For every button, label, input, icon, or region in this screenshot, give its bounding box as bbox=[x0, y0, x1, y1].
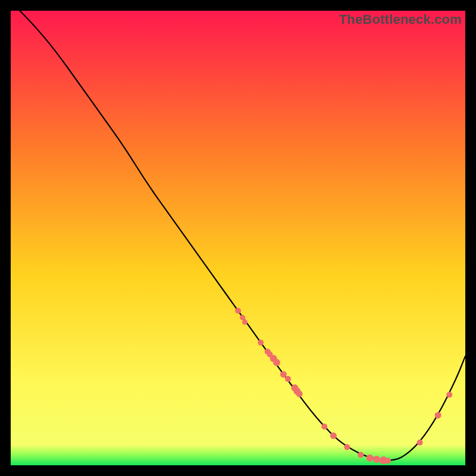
data-point bbox=[344, 444, 350, 450]
data-point bbox=[273, 359, 280, 366]
data-point bbox=[235, 308, 241, 314]
data-point bbox=[242, 320, 248, 325]
bottleneck-chart bbox=[11, 11, 465, 465]
data-point bbox=[367, 455, 374, 462]
data-point bbox=[385, 458, 391, 464]
data-point bbox=[240, 315, 245, 320]
data-point bbox=[417, 440, 423, 446]
data-point bbox=[321, 424, 327, 430]
data-point bbox=[258, 340, 264, 346]
chart-frame: TheBottleneck.com bbox=[11, 11, 465, 465]
watermark-text: TheBottleneck.com bbox=[339, 12, 462, 27]
data-point bbox=[373, 456, 380, 463]
data-point bbox=[296, 391, 303, 397]
data-point bbox=[330, 433, 337, 439]
data-point bbox=[446, 392, 452, 398]
data-point bbox=[285, 376, 291, 382]
gradient-background bbox=[11, 11, 465, 465]
data-point bbox=[358, 452, 364, 458]
data-point bbox=[280, 371, 287, 378]
data-point bbox=[435, 412, 441, 418]
